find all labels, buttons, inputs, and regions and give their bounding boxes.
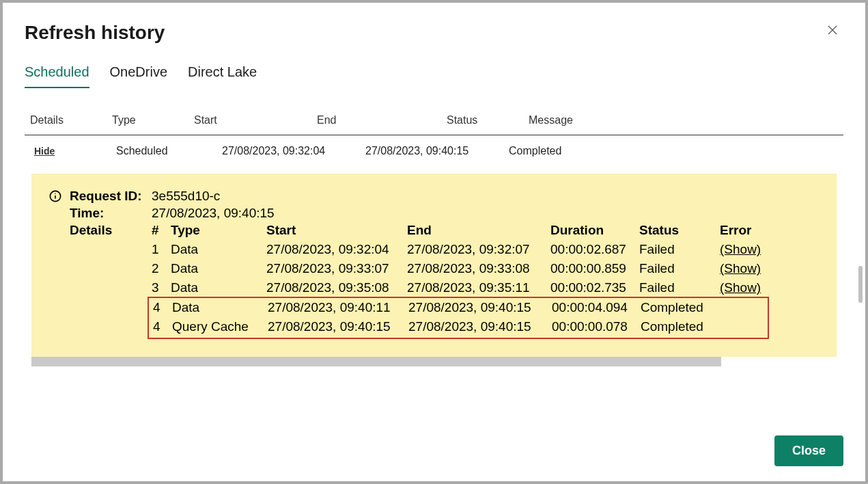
table-row: 4Query Cache27/08/2023, 09:40:1527/08/20… (153, 317, 768, 336)
detail-panel: Request ID: 3e555d10-c Time: 27/08/2023,… (31, 174, 837, 357)
column-header-row: Details Type Start End Status Message (25, 107, 843, 135)
dialog-footer: Close (25, 422, 843, 466)
col-message: Message (529, 114, 838, 126)
summary-end: 27/08/2023, 09:40:15 (365, 145, 509, 157)
time-label: Time: (70, 206, 152, 221)
col-start: Start (194, 114, 317, 126)
request-id-label: Request ID: (70, 189, 152, 204)
close-button[interactable]: Close (774, 435, 843, 466)
highlight-box: 4Data27/08/2023, 09:40:1127/08/2023, 09:… (148, 297, 769, 339)
summary-type: Scheduled (116, 145, 222, 157)
tab-bar: ScheduledOneDriveDirect Lake (25, 64, 843, 88)
col-details: Details (30, 114, 112, 126)
col-type: Type (112, 114, 194, 126)
vertical-scrollbar-thumb[interactable] (858, 266, 863, 303)
show-error-link[interactable]: (Show) (720, 261, 761, 275)
show-error-link[interactable]: (Show) (720, 242, 761, 256)
col-end: End (317, 114, 447, 126)
request-id-value: 3e555d10-c (152, 189, 220, 204)
dialog-header: Refresh history (25, 22, 843, 44)
summary-status: Completed (509, 145, 838, 157)
table-row: 3Data27/08/2023, 09:35:0827/08/2023, 09:… (152, 278, 819, 297)
hide-link[interactable]: Hide (34, 146, 55, 157)
info-icon (49, 190, 61, 205)
summary-start: 27/08/2023, 09:32:04 (222, 145, 365, 157)
show-error-link[interactable]: (Show) (720, 280, 761, 295)
details-label: Details (70, 223, 152, 238)
attempts-table: # Type Start End Duration Status Error 1… (152, 221, 819, 339)
content-area: Details Type Start End Status Message Hi… (25, 107, 843, 366)
attempts-body: 1Data27/08/2023, 09:32:0427/08/2023, 09:… (152, 240, 819, 339)
table-row: 2Data27/08/2023, 09:33:0727/08/2023, 09:… (152, 259, 819, 278)
tab-direct-lake[interactable]: Direct Lake (188, 64, 257, 88)
refresh-history-dialog: Refresh history ScheduledOneDriveDirect … (3, 3, 865, 481)
time-value: 27/08/2023, 09:40:15 (152, 206, 275, 221)
tab-onedrive[interactable]: OneDrive (110, 64, 167, 88)
horizontal-scrollbar-thumb[interactable] (31, 357, 721, 366)
col-status: Status (447, 114, 529, 126)
attempts-header: # Type Start End Duration Status Error (152, 221, 819, 240)
horizontal-scrollbar[interactable] (31, 357, 721, 366)
summary-row: Hide Scheduled 27/08/2023, 09:32:04 27/0… (25, 135, 843, 167)
svg-point-2 (55, 193, 55, 194)
tab-scheduled[interactable]: Scheduled (25, 64, 89, 88)
dialog-title: Refresh history (25, 22, 165, 44)
table-row: 4Data27/08/2023, 09:40:1127/08/2023, 09:… (153, 298, 768, 317)
close-icon[interactable] (822, 22, 843, 40)
table-row: 1Data27/08/2023, 09:32:0427/08/2023, 09:… (152, 240, 819, 259)
